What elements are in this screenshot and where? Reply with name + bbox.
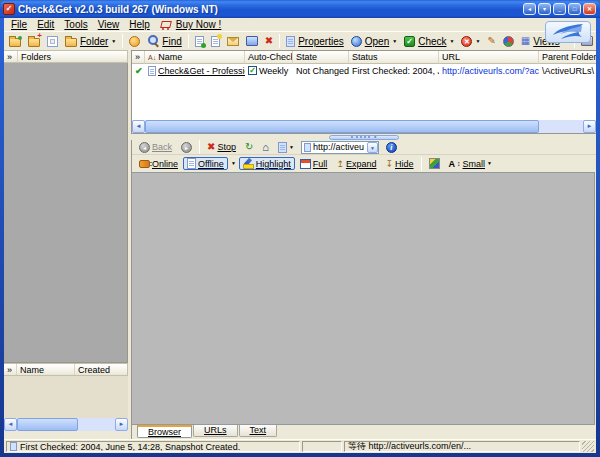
tab-text[interactable]: Text (239, 425, 278, 437)
info-button[interactable]: i (382, 141, 401, 154)
panel-toggle-button[interactable] (44, 33, 61, 50)
status-waiting-text: 等待 http://activeurls.com/en/... (348, 441, 471, 452)
tab-browser[interactable]: Browser (137, 425, 192, 438)
offline-dropdown-button[interactable]: ▼ (229, 157, 238, 170)
new-folder-button[interactable] (25, 33, 43, 50)
menu-tools[interactable]: Tools (59, 19, 92, 30)
splitter-collapse-handle[interactable]: ◂ ▸ (329, 135, 399, 140)
expand-label: Expand (346, 159, 377, 169)
folders-panel-header[interactable]: » Folders (4, 50, 128, 63)
edit-button[interactable]: ✎ (484, 33, 498, 50)
new-item-button[interactable] (208, 33, 223, 50)
hide-button[interactable]: ↧ Hide (381, 157, 417, 170)
resize-grip[interactable] (582, 441, 594, 452)
menu-edit[interactable]: Edit (32, 19, 59, 30)
home-button[interactable]: ⌂ (258, 141, 273, 154)
import-button[interactable] (192, 33, 207, 50)
checkandget-logo[interactable] (545, 21, 591, 43)
list-empty-area[interactable] (132, 77, 596, 120)
font-size-label: Small (463, 159, 486, 169)
address-dropdown-button[interactable]: ▼ (367, 142, 378, 153)
menu-help[interactable]: Help (124, 19, 155, 30)
scroll-right-button[interactable]: ► (583, 120, 596, 133)
online-button[interactable]: Online (135, 157, 182, 170)
autocheck-checkbox[interactable]: ✓ (248, 66, 257, 75)
maximize-button[interactable]: □ (568, 3, 581, 15)
scroll-left-button[interactable]: ◄ (4, 418, 17, 431)
address-combo[interactable]: http://activeu ▼ (301, 141, 379, 154)
statistics-button[interactable] (500, 33, 517, 50)
menu-view[interactable]: View (93, 19, 125, 30)
row-autocheck-cell: ✓ Weekly (245, 66, 293, 76)
scrollbar-thumb[interactable] (145, 120, 539, 133)
close-button[interactable]: ✕ (583, 3, 596, 15)
bookmark-url-link[interactable]: http://activeurls.com/?act=home (442, 66, 539, 76)
tab-urls[interactable]: URLs (193, 425, 238, 437)
hide-arrow-icon: ↧ (385, 158, 393, 170)
address-input[interactable]: http://activeu (313, 142, 367, 152)
check-button[interactable]: ✓ Check ▼ (401, 33, 457, 50)
offline-button[interactable]: Offline (183, 157, 228, 170)
delete-button[interactable]: ✖ (262, 33, 276, 50)
browser-nav-toolbar: ◄ Back ► ✖ Stop ↻ ⌂ (132, 140, 596, 155)
address-page-icon (304, 143, 311, 152)
chevron-down-icon: ▼ (475, 39, 480, 44)
full-button[interactable]: Full (296, 157, 332, 170)
open-button[interactable]: Open ▼ (348, 33, 400, 50)
bookmark-name-link[interactable]: Check&Get - Professional Bookmark ... (158, 66, 245, 76)
browser-select-button[interactable]: ▼ (274, 141, 298, 154)
title-bar[interactable]: ✓ Check&Get v2.0.3 build 267 (Windows NT… (0, 0, 600, 18)
go-button[interactable] (126, 33, 143, 50)
scrollbar-track[interactable] (145, 120, 583, 133)
column-header-status[interactable]: Status (349, 51, 439, 64)
column-header-url[interactable]: URL (439, 51, 539, 64)
properties-button[interactable]: Properties (283, 33, 347, 50)
menu-buy-now[interactable]: Buy Now ! (160, 19, 224, 30)
mail-button[interactable] (224, 33, 242, 50)
refresh-button[interactable]: ↻ (241, 141, 257, 154)
stop-check-button[interactable]: ✕ ▼ (458, 33, 483, 50)
browser-viewport[interactable] (132, 172, 595, 425)
column-header-name[interactable]: A↓ Name (145, 51, 245, 64)
app-window: ✓ Check&Get v2.0.3 build 267 (Windows NT… (0, 0, 600, 457)
scroll-left-button[interactable]: ◄ (132, 120, 145, 133)
open-label: Open (365, 36, 389, 47)
window-menu-button[interactable]: ▾ (538, 3, 551, 15)
list-header: » A↓ Name Auto-Check State Status URL Pa… (132, 51, 596, 64)
column-header-state[interactable]: State (293, 51, 349, 64)
grid-icon: ▦ (521, 35, 530, 47)
updown-arrows-icon: ↕ (457, 160, 461, 167)
open-folder-button[interactable] (6, 33, 24, 50)
rollup-button[interactable]: ◂ (523, 3, 536, 15)
back-icon: ◄ (139, 142, 150, 153)
stop-button[interactable]: ✖ Stop (203, 141, 240, 154)
shopping-cart-icon (160, 20, 171, 30)
minimize-button[interactable]: _ (553, 3, 566, 15)
info-icon: i (386, 142, 397, 153)
scrollbar-track[interactable] (17, 418, 115, 431)
folder-menu-button[interactable]: Folder ▼ (62, 33, 119, 50)
bottom-panel-list[interactable] (4, 376, 128, 418)
highlight-button[interactable]: Highlight (239, 157, 295, 170)
font-size-button[interactable]: A ↕ Small ▼ (445, 157, 496, 170)
column-header-parent-folder[interactable]: Parent Folder (539, 51, 596, 64)
colors-button[interactable] (425, 157, 444, 170)
forward-button[interactable]: ► (177, 141, 196, 154)
scrollbar-thumb[interactable] (17, 418, 78, 431)
expand-button[interactable]: ↥ Expand (332, 157, 380, 170)
back-button[interactable]: ◄ Back (135, 141, 176, 154)
scroll-right-button[interactable]: ► (115, 418, 128, 431)
column-header-name[interactable]: Name (17, 364, 75, 375)
menu-file[interactable]: File (6, 19, 32, 30)
bottom-panel-header: » Name Created (4, 363, 128, 376)
column-header-autocheck[interactable]: Auto-Check (245, 51, 293, 64)
find-button[interactable]: Find (144, 33, 184, 50)
send-button[interactable] (243, 33, 261, 50)
column-header-created[interactable]: Created (75, 364, 127, 375)
table-row[interactable]: ✔ Check&Get - Professional Bookmark ... … (132, 64, 596, 77)
main-toolbar: Folder ▼ Find ✖ Properties Open (4, 31, 596, 50)
window-frame: File Edit Tools View Help Buy Now ! Fold… (4, 18, 596, 453)
status-page-icon (10, 442, 17, 451)
go-icon (129, 36, 140, 47)
folders-tree[interactable] (4, 63, 128, 363)
